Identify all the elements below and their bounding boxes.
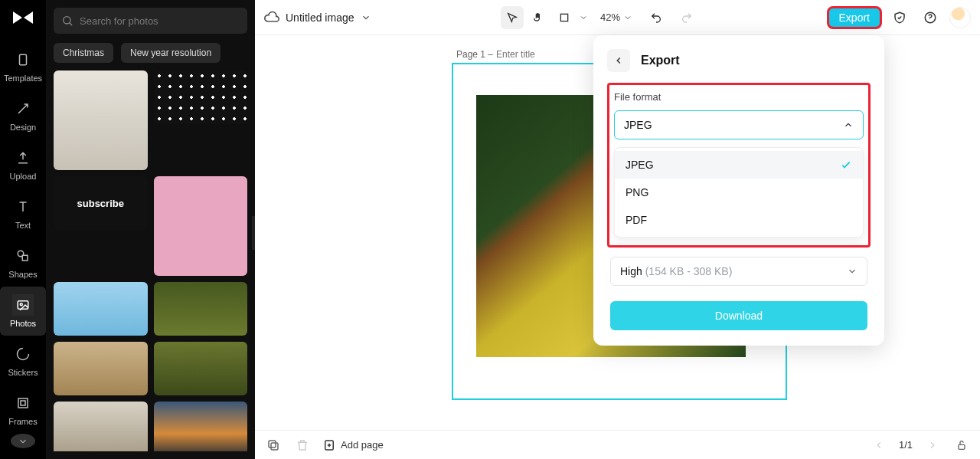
page-count: 1/1 bbox=[899, 439, 913, 451]
redo-button[interactable] bbox=[675, 6, 698, 29]
add-page-button[interactable]: Add page bbox=[322, 438, 384, 452]
undo-icon bbox=[650, 11, 662, 24]
shield-button[interactable] bbox=[888, 6, 911, 29]
photo-thumb[interactable] bbox=[154, 342, 248, 395]
svg-point-4 bbox=[20, 303, 22, 306]
svg-rect-6 bbox=[21, 401, 25, 405]
crop-tool[interactable] bbox=[553, 6, 576, 29]
templates-icon bbox=[16, 53, 30, 67]
quality-select[interactable]: High (154 KB - 308 KB) bbox=[610, 257, 867, 286]
format-option-pdf[interactable]: PDF bbox=[615, 206, 863, 234]
shapes-icon bbox=[16, 249, 30, 263]
bottom-bar: Add page 1/1 bbox=[255, 430, 980, 459]
quality-detail: (154 KB - 308 KB) bbox=[645, 265, 733, 277]
frames-icon bbox=[16, 396, 30, 410]
nav-shapes[interactable]: Shapes bbox=[0, 238, 46, 287]
chevron-down-icon bbox=[623, 13, 632, 22]
nav-more[interactable] bbox=[11, 434, 35, 448]
format-option-label: PNG bbox=[626, 186, 648, 198]
photo-thumb[interactable] bbox=[154, 70, 248, 124]
photo-thumb[interactable] bbox=[54, 282, 148, 336]
canvas-tools bbox=[501, 6, 588, 29]
duplicate-page-button[interactable] bbox=[264, 436, 283, 454]
add-page-icon bbox=[322, 438, 336, 452]
photo-thumb[interactable]: subscribe bbox=[54, 176, 148, 230]
hand-icon bbox=[532, 11, 544, 24]
nav-label: Design bbox=[10, 123, 36, 132]
format-option-label: PDF bbox=[626, 214, 647, 226]
add-page-label: Add page bbox=[341, 439, 384, 451]
capcut-logo-icon bbox=[11, 9, 34, 26]
shield-icon bbox=[893, 11, 906, 25]
chevron-right-icon bbox=[927, 440, 938, 451]
trash-icon bbox=[296, 438, 309, 452]
chevron-down-icon bbox=[847, 266, 858, 277]
file-format-section: File format JPEG JPEG PNG PDF bbox=[607, 83, 871, 248]
nav-design[interactable]: Design bbox=[0, 90, 46, 139]
select-tool[interactable] bbox=[501, 6, 524, 29]
photo-thumb[interactable] bbox=[54, 70, 148, 170]
chip-christmas[interactable]: Christmas bbox=[54, 43, 113, 63]
quality-value: High bbox=[620, 265, 642, 277]
photos-icon bbox=[16, 298, 30, 312]
svg-rect-2 bbox=[22, 255, 28, 261]
left-nav: Templates Design Upload Text Shapes Phot… bbox=[0, 0, 46, 459]
format-option-label: JPEG bbox=[626, 159, 654, 171]
lock-button[interactable] bbox=[952, 436, 971, 454]
nav-label: Templates bbox=[4, 74, 42, 83]
help-icon bbox=[923, 11, 937, 25]
hand-tool[interactable] bbox=[527, 6, 550, 29]
format-option-png[interactable]: PNG bbox=[615, 179, 863, 206]
svg-rect-8 bbox=[560, 14, 567, 21]
nav-upload[interactable]: Upload bbox=[0, 139, 46, 189]
zoom-control[interactable]: 42% bbox=[600, 11, 632, 23]
download-button[interactable]: Download bbox=[610, 301, 867, 330]
undo-button[interactable] bbox=[645, 6, 668, 29]
chevron-up-icon bbox=[843, 120, 854, 130]
text-icon bbox=[16, 200, 30, 214]
nav-text[interactable]: Text bbox=[0, 189, 46, 238]
photo-thumb[interactable] bbox=[154, 282, 248, 336]
chevron-left-icon bbox=[874, 440, 884, 451]
chip-row: Christmas New year resolution bbox=[54, 43, 247, 63]
search-icon bbox=[61, 15, 74, 27]
photo-thumb[interactable] bbox=[154, 176, 248, 276]
file-format-value: JPEG bbox=[624, 119, 652, 131]
nav-templates[interactable]: Templates bbox=[0, 41, 46, 90]
nav-label: Shapes bbox=[8, 270, 37, 279]
nav-frames[interactable]: Frames bbox=[0, 385, 46, 434]
file-format-select[interactable]: JPEG bbox=[614, 110, 864, 139]
nav-label: Frames bbox=[8, 417, 37, 426]
svg-point-7 bbox=[64, 17, 70, 24]
topbar: Untitled image 42% Export bbox=[255, 0, 980, 35]
lock-icon bbox=[956, 439, 968, 451]
nav-label: Stickers bbox=[8, 368, 38, 377]
page-title-input[interactable] bbox=[496, 49, 550, 60]
doc-title[interactable]: Untitled image bbox=[264, 10, 371, 25]
photo-search[interactable] bbox=[54, 8, 247, 34]
app-logo[interactable] bbox=[11, 9, 35, 26]
nav-photos[interactable]: Photos bbox=[0, 287, 46, 336]
export-button[interactable]: Export bbox=[828, 8, 880, 28]
svg-rect-0 bbox=[20, 54, 27, 65]
chip-new-year[interactable]: New year resolution bbox=[121, 43, 220, 63]
help-button[interactable] bbox=[919, 6, 942, 29]
photo-thumb[interactable] bbox=[154, 402, 248, 451]
nav-label: Text bbox=[15, 221, 31, 230]
photo-thumb[interactable] bbox=[54, 342, 148, 395]
user-avatar[interactable] bbox=[949, 7, 971, 28]
quality-section: High (154 KB - 308 KB) bbox=[610, 257, 867, 286]
cursor-icon bbox=[506, 11, 518, 24]
upload-icon bbox=[16, 151, 30, 165]
page-index: Page 1 – bbox=[456, 49, 493, 60]
photo-search-input[interactable] bbox=[80, 15, 240, 27]
delete-page-button bbox=[293, 436, 312, 454]
format-option-jpeg[interactable]: JPEG bbox=[615, 151, 863, 179]
check-icon bbox=[840, 159, 852, 171]
cloud-icon bbox=[264, 10, 279, 25]
nav-stickers[interactable]: Stickers bbox=[0, 336, 46, 385]
photo-thumb[interactable] bbox=[54, 402, 148, 451]
chevron-left-icon bbox=[613, 55, 624, 66]
export-back-button[interactable] bbox=[607, 49, 630, 72]
svg-rect-5 bbox=[18, 398, 28, 408]
